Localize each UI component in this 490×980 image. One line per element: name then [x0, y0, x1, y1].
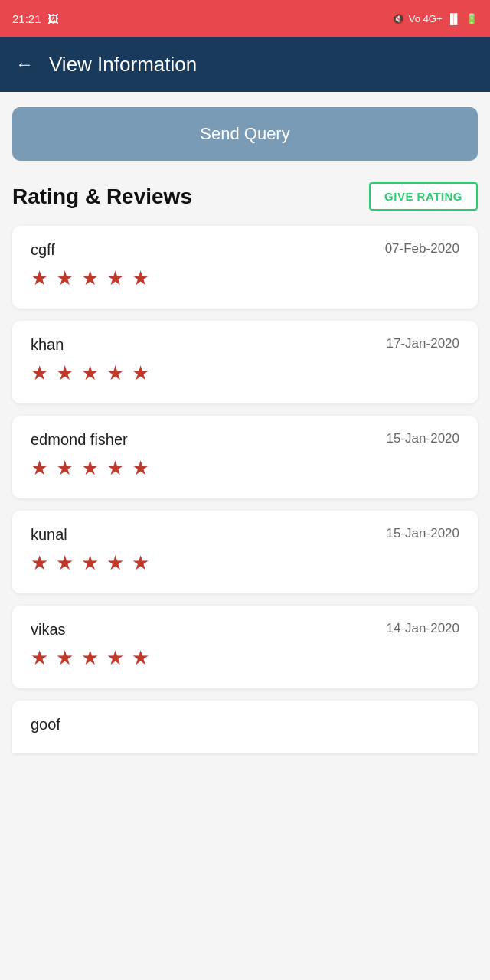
star-icon: ★ [56, 266, 74, 290]
rating-header: Rating & Reviews GIVE RATING [12, 182, 478, 211]
star-icon: ★ [81, 646, 99, 670]
review-top: kunal15-Jan-2020 [31, 526, 459, 544]
review-date: 14-Jan-2020 [387, 621, 459, 636]
star-rating: ★★★★★ [31, 361, 459, 385]
status-time: 21:21 [12, 12, 41, 25]
star-icon: ★ [132, 551, 149, 575]
review-top: cgff07-Feb-2020 [31, 241, 459, 259]
star-rating: ★★★★★ [31, 266, 459, 290]
star-icon: ★ [81, 266, 99, 290]
review-card: vikas14-Jan-2020★★★★★ [12, 606, 478, 688]
gallery-icon: 🖼 [47, 12, 59, 25]
review-card: cgff07-Feb-2020★★★★★ [12, 226, 478, 309]
star-icon: ★ [106, 551, 124, 575]
send-query-button[interactable]: Send Query [12, 107, 478, 161]
status-bar: 21:21 🖼 🔇 Vo 4G+ ▐▌ 🔋 [0, 0, 490, 37]
back-button[interactable]: ← [15, 54, 34, 75]
review-date: 07-Feb-2020 [385, 241, 459, 256]
star-icon: ★ [106, 361, 124, 385]
star-rating: ★★★★★ [31, 456, 459, 480]
star-icon: ★ [31, 551, 48, 575]
review-top: edmond fisher15-Jan-2020 [31, 431, 459, 449]
review-top: khan17-Jan-2020 [31, 336, 459, 354]
mute-icon: 🔇 [392, 13, 404, 24]
star-icon: ★ [56, 361, 74, 385]
reviewer-name: goof [31, 716, 60, 733]
star-icon: ★ [56, 551, 74, 575]
review-card: edmond fisher15-Jan-2020★★★★★ [12, 416, 478, 498]
review-date: 17-Jan-2020 [387, 336, 459, 351]
star-icon: ★ [56, 456, 74, 480]
star-icon: ★ [81, 361, 99, 385]
review-date: 15-Jan-2020 [387, 431, 459, 446]
star-icon: ★ [31, 266, 48, 290]
star-icon: ★ [132, 361, 149, 385]
review-card: kunal15-Jan-2020★★★★★ [12, 511, 478, 593]
give-rating-button[interactable]: GIVE RATING [369, 182, 478, 211]
network-label: Vo 4G+ [409, 13, 443, 24]
reviewer-name: khan [31, 336, 64, 354]
rating-section-title: Rating & Reviews [12, 185, 192, 209]
status-icons: 🔇 Vo 4G+ ▐▌ 🔋 [392, 13, 478, 24]
page-title: View Information [49, 53, 197, 77]
reviewer-name: vikas [31, 621, 66, 639]
star-icon: ★ [56, 646, 74, 670]
star-icon: ★ [106, 646, 124, 670]
review-top: vikas14-Jan-2020 [31, 621, 459, 639]
star-rating: ★★★★★ [31, 551, 459, 575]
review-card: khan17-Jan-2020★★★★★ [12, 321, 478, 403]
star-icon: ★ [31, 456, 48, 480]
review-date: 15-Jan-2020 [387, 526, 459, 541]
review-top: goof [31, 716, 459, 733]
status-left: 21:21 🖼 [12, 12, 59, 25]
star-icon: ★ [81, 551, 99, 575]
app-bar: ← View Information [0, 37, 490, 92]
star-icon: ★ [132, 646, 149, 670]
star-icon: ★ [106, 456, 124, 480]
star-icon: ★ [81, 456, 99, 480]
star-icon: ★ [106, 266, 124, 290]
battery-icon: 🔋 [466, 13, 478, 24]
main-content: Send Query Rating & Reviews GIVE RATING … [0, 92, 490, 769]
reviewer-name: cgff [31, 241, 55, 259]
star-icon: ★ [31, 646, 48, 670]
star-rating: ★★★★★ [31, 646, 459, 670]
star-icon: ★ [132, 456, 149, 480]
star-icon: ★ [31, 361, 48, 385]
star-icon: ★ [132, 266, 149, 290]
reviews-list: cgff07-Feb-2020★★★★★khan17-Jan-2020★★★★★… [12, 226, 478, 753]
reviewer-name: kunal [31, 526, 67, 544]
review-card: goof [12, 701, 478, 753]
reviewer-name: edmond fisher [31, 431, 128, 449]
signal-icon: ▐▌ [447, 13, 461, 24]
